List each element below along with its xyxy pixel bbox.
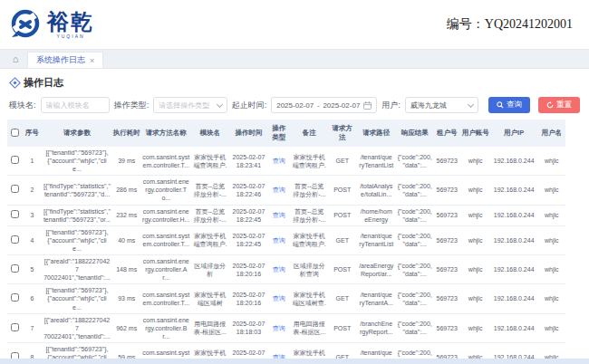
cell-http-method: GET xyxy=(329,284,356,313)
cell-op-type-link[interactable]: 查询 xyxy=(273,212,285,218)
cell-duration: 39 ms xyxy=(111,147,140,176)
cell-op-time: 2025-02-07 18:18:03 xyxy=(229,313,268,342)
cell-remark: 用电回路报 表-根据区... xyxy=(290,313,329,342)
table-row: 7 [{"areaId":"18822270427 70022401","ten… xyxy=(7,313,565,342)
tab-close-icon[interactable]: × xyxy=(90,56,94,65)
cell-tenant: 569723 xyxy=(433,255,460,284)
company-logo: 裕乾 YUQIAN xyxy=(9,8,94,41)
cell-request-params: [{"tenantId":"569723"}, {"account":"whjl… xyxy=(42,147,111,176)
cell-op-type-link[interactable]: 查询 xyxy=(273,266,285,273)
cell-request-params: [{"findType":"statistics"," tenantId":"5… xyxy=(42,176,111,205)
user-select[interactable]: 威海九龙城 xyxy=(405,97,478,113)
cell-remark: 家家悦手机 端查询租户. xyxy=(290,147,329,176)
cell-ip: 192.168.0.244 xyxy=(490,205,538,225)
tab-label: 系统操作日志 xyxy=(36,54,85,66)
cell-index: 1 xyxy=(22,147,42,176)
cell-op-time: 2025-02-07 18:20:16 xyxy=(229,284,268,313)
date-start-value: 2025-02-07 xyxy=(276,101,314,110)
cell-account: whjlc xyxy=(460,205,489,225)
row-checkbox[interactable] xyxy=(11,293,19,302)
cell-account: whjlc xyxy=(460,147,489,176)
app-window: 裕乾 YUQIAN 编号：YQ20241202001 ⌂ 系统操作日志 × 操作… xyxy=(0,0,589,364)
module-filter-label: 模块名: xyxy=(9,100,36,111)
cell-duration: 148 ms xyxy=(111,255,140,284)
table-row: 3 [{"findType":"statistics"," tenantId":… xyxy=(7,205,565,225)
cell-op-type-link[interactable]: 查询 xyxy=(273,295,285,302)
log-table-body: 1 [{"tenantId":"569723"}, {"account":"wh… xyxy=(7,147,565,364)
table-row: 5 [{"areaId":"18822270427 70022401","ten… xyxy=(7,255,565,284)
reset-button[interactable]: 重置 xyxy=(538,97,580,113)
tab-bar: ⌂ 系统操作日志 × xyxy=(0,49,589,69)
cell-tenant: 569723 xyxy=(433,176,460,205)
module-name-input-field[interactable] xyxy=(46,101,104,110)
cell-account: whjlc xyxy=(460,225,489,254)
cell-ip: 192.168.0.244 xyxy=(490,176,538,205)
row-checkbox[interactable] xyxy=(11,185,19,193)
cell-op-time: 2025-02-07 18:23:41 xyxy=(229,147,268,176)
cell-account: whjlc xyxy=(460,255,489,284)
cell-index: 3 xyxy=(22,205,42,225)
op-type-select[interactable]: 请选择操作类型 xyxy=(153,97,227,113)
filter-bar: 模块名: 操作类型: 请选择操作类型 起止时间: 2025-02-07 - 20… xyxy=(7,94,582,120)
col-method-name: 请求方法名称 xyxy=(141,120,191,147)
date-end-value: 2025-02-07 xyxy=(323,101,360,110)
col-op-time: 操作时间 xyxy=(229,120,268,147)
col-result: 响应结果 xyxy=(397,120,434,147)
calendar-icon xyxy=(363,101,372,110)
cell-op-type-link[interactable]: 查询 xyxy=(273,187,285,193)
cell-index: 2 xyxy=(22,176,42,205)
module-name-input[interactable] xyxy=(41,97,110,113)
table-row: 4 [{"tenantId":"569723"}, {"account":"wh… xyxy=(7,225,565,254)
cell-username: whjlc xyxy=(538,313,566,342)
col-username: 用户名 xyxy=(538,120,566,147)
home-icon[interactable]: ⌂ xyxy=(7,50,24,68)
cell-duration: 962 ms xyxy=(111,313,140,342)
col-ip: 用户IP xyxy=(490,120,538,147)
col-remark: 备注 xyxy=(290,120,329,147)
row-checkbox[interactable] xyxy=(11,156,19,164)
cell-remark: 家家悦手机 端区域树查. xyxy=(290,284,329,313)
cell-account: whjlc xyxy=(460,176,489,205)
cell-request-params: [{"findType":"statistics"," tenantId":"5… xyxy=(42,205,111,225)
cell-module: 首页--总览 排放分析-... xyxy=(191,205,230,225)
row-checkbox[interactable] xyxy=(11,264,19,273)
cell-method-name: com.sansint.ene rgy.controller.To... xyxy=(141,176,191,205)
col-account: 用户账号 xyxy=(460,120,489,147)
cell-op-type-link[interactable]: 查询 xyxy=(273,158,285,164)
cell-tenant: 569723 xyxy=(433,147,460,176)
cell-op-time: 2025-02-07 18:22:46 xyxy=(229,176,268,205)
row-checkbox[interactable] xyxy=(11,323,19,331)
cell-op-type-link[interactable]: 查询 xyxy=(273,325,285,331)
tab-system-operation-log[interactable]: 系统操作日志 × xyxy=(27,52,103,68)
col-op-type: 操作类型 xyxy=(268,120,290,147)
table-row: 6 [{"tenantId":"569723"}, {"account":"wh… xyxy=(7,284,565,313)
search-icon xyxy=(497,101,504,109)
cell-path: /home/hom eEnergy xyxy=(356,205,397,225)
cell-account: whjlc xyxy=(460,313,489,342)
cell-path: /tenant/que ryTenantList xyxy=(356,225,397,254)
search-button[interactable]: 查询 xyxy=(488,97,530,113)
row-checkbox[interactable] xyxy=(11,235,19,244)
logo-en-text: YUQIAN xyxy=(56,34,84,39)
cell-module: 区域排放分 析 xyxy=(191,255,230,284)
cell-tenant: 569723 xyxy=(433,225,460,254)
select-all-checkbox[interactable] xyxy=(11,129,19,137)
row-checkbox[interactable] xyxy=(11,210,19,218)
cell-http-method: POST xyxy=(329,205,356,225)
operation-log-panel: 操作日志 模块名: 操作类型: 请选择操作类型 起止时间: 2025-02-07… xyxy=(0,69,589,364)
date-range-picker[interactable]: 2025-02-07 - 2025-02-07 xyxy=(271,97,377,113)
cell-request-params: [{"areaId":"18822270427 70022401","tenan… xyxy=(42,313,111,342)
cell-username: whjlc xyxy=(538,225,566,254)
logo-cn-text: 裕乾 xyxy=(47,11,94,33)
cell-tenant: 569723 xyxy=(433,284,460,313)
cell-tenant: 569723 xyxy=(433,205,460,225)
cell-duration: 93 ms xyxy=(111,284,140,313)
operation-log-table: 序号 请求参数 执行耗时 请求方法名称 模块名 操作时间 操作类型 备注 请求方… xyxy=(7,120,565,364)
cell-op-time: 2025-02-07 18:22:45 xyxy=(229,205,268,225)
cell-result: {"code":200, "data":... xyxy=(397,255,434,284)
cell-account: whjlc xyxy=(460,284,489,313)
chevron-down-icon xyxy=(468,101,474,107)
cell-op-type-link[interactable]: 查询 xyxy=(273,237,285,244)
cell-request-params: [{"tenantId":"569723"}, {"account":"whjl… xyxy=(42,284,111,313)
cell-result: {"code":200, "data":... xyxy=(397,147,434,176)
